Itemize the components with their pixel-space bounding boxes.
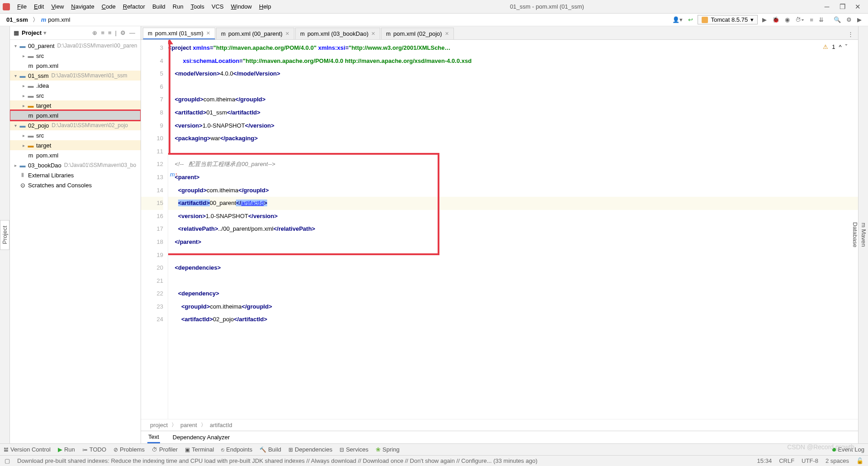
tool-problems[interactable]: ⊘ Problems: [113, 446, 145, 453]
tree-node[interactable]: mpom.xml: [10, 61, 141, 71]
tree-node[interactable]: ▸▬src: [10, 130, 141, 140]
code-line[interactable]: <parent>: [168, 171, 858, 184]
code-line[interactable]: <dependency>: [168, 287, 858, 300]
tree-node[interactable]: ▾▬00_parentD:\Java01\SSM\maven\00_paren: [10, 41, 141, 51]
expand-arrow-icon[interactable]: ▸: [20, 83, 27, 88]
tree-node[interactable]: ⫴External Libraries: [10, 170, 141, 180]
crumb[interactable]: project: [150, 422, 168, 428]
tree-node[interactable]: ▸▬target: [10, 140, 141, 150]
menu-window[interactable]: Window: [227, 1, 255, 12]
code-line[interactable]: <packaging>war</packaging>: [168, 132, 858, 145]
tool-build[interactable]: 🔨 Build: [259, 446, 281, 453]
expand-arrow-icon[interactable]: ▸: [12, 163, 19, 168]
git-update-icon[interactable]: ⇊: [816, 15, 826, 24]
code-line[interactable]: <groupId>com.itheima</groupId>: [168, 93, 858, 106]
tool-dependencies[interactable]: ⊞ Dependencies: [288, 446, 332, 453]
code-line[interactable]: [168, 249, 858, 262]
select-opened-icon[interactable]: ⊕: [90, 29, 99, 36]
nav-file[interactable]: mpom.xml: [38, 15, 73, 24]
code-line[interactable]: [168, 81, 858, 94]
tool-event-log[interactable]: Event Log: [832, 446, 864, 453]
code-line[interactable]: <artifactId>01_ssm</artifactId>: [168, 106, 858, 119]
crumb[interactable]: artifactId: [210, 422, 232, 428]
tree-node[interactable]: ▾▬02_pojoD:\Java01\SSM\maven\02_pojo: [10, 120, 141, 130]
execute-button[interactable]: ▶: [854, 15, 864, 24]
status-indent[interactable]: 2 spaces: [826, 457, 849, 464]
tool-version-control[interactable]: 𝌡 Version Control: [4, 446, 51, 453]
crumb[interactable]: parent: [180, 422, 197, 428]
status-message[interactable]: Download pre-built shared indexes: Reduc…: [17, 457, 750, 464]
menu-edit[interactable]: Edit: [30, 1, 47, 12]
expand-arrow-icon[interactable]: ▸: [20, 143, 27, 148]
code-line[interactable]: <groupId>com.itheima</groupId>: [168, 184, 858, 197]
status-encoding[interactable]: UTF-8: [802, 457, 818, 464]
code-line[interactable]: </parent>: [168, 236, 858, 249]
tree-node[interactable]: ▸▬target: [10, 100, 141, 110]
user-icon[interactable]: 👤▾: [670, 15, 685, 24]
status-lock-icon[interactable]: 🔓: [856, 457, 863, 464]
expand-arrow-icon[interactable]: ▸: [20, 93, 27, 98]
close-tab-icon[interactable]: ✕: [371, 31, 375, 37]
inspection-widget[interactable]: ⚠1 ^ˇ: [820, 43, 850, 51]
code-line[interactable]: <project xmlns="http://maven.apache.org/…: [168, 42, 858, 55]
run-button[interactable]: ▶: [760, 15, 769, 24]
tree-node[interactable]: ▸▬src: [10, 90, 141, 100]
tree-node[interactable]: ⊙Scratches and Consoles: [10, 180, 141, 190]
tool-spring[interactable]: ❀ Spring: [376, 446, 400, 453]
close-button[interactable]: ✕: [850, 3, 865, 11]
menu-help[interactable]: Help: [255, 1, 275, 12]
code-line[interactable]: <version>1.0-SNAPSHOT</version>: [168, 210, 858, 223]
editor-tab[interactable]: mpom.xml (01_ssm)✕: [143, 28, 215, 39]
project-tree[interactable]: ▾▬00_parentD:\Java01\SSM\maven\00_paren▸…: [10, 40, 141, 443]
tree-node[interactable]: ▸▬src: [10, 51, 141, 61]
expand-arrow-icon[interactable]: ▸: [20, 103, 27, 108]
editor-tab[interactable]: mpom.xml (00_parent)✕: [216, 28, 294, 39]
code-line[interactable]: xsi:schemaLocation="http://maven.apache.…: [168, 55, 858, 68]
subtab-text[interactable]: Text: [147, 432, 160, 443]
expand-all-icon[interactable]: ≡: [99, 29, 106, 36]
code-line[interactable]: <relativePath>../00_parent/pom.xml</rela…: [168, 223, 858, 236]
menu-vcs[interactable]: VCS: [208, 1, 227, 12]
code-line[interactable]: <dependencies>: [168, 262, 858, 275]
code-line[interactable]: <modelVersion>4.0.0</modelVersion>: [168, 67, 858, 81]
menu-run[interactable]: Run: [169, 1, 187, 12]
debug-button[interactable]: 🐞: [769, 15, 782, 24]
sidebar-tab-maven[interactable]: m Maven: [859, 217, 868, 252]
menu-file[interactable]: File: [14, 1, 30, 12]
close-tab-icon[interactable]: ✕: [285, 31, 289, 37]
tree-node[interactable]: ▾▬01_ssmD:\Java01\SSM\maven\01_ssm: [10, 71, 141, 81]
tree-node[interactable]: mpom.xml: [10, 110, 141, 120]
tool-profiler[interactable]: ⏱ Profiler: [152, 446, 178, 453]
tree-node[interactable]: ▸▬03_bookDaoD:\Java01\SSM\maven\03_bo: [10, 160, 141, 170]
tool-todo[interactable]: ≔ TODO: [82, 446, 106, 453]
subtab-dependency-analyzer[interactable]: Dependency Analyzer: [172, 432, 231, 442]
code-line[interactable]: <artifactId>02_pojo</artifactId>: [168, 313, 858, 326]
status-line-ending[interactable]: CRLF: [779, 457, 794, 464]
tool-services[interactable]: ⊟ Services: [340, 446, 368, 453]
menu-tools[interactable]: Tools: [187, 1, 208, 12]
settings-icon[interactable]: ⚙: [118, 29, 127, 36]
menu-navigate[interactable]: Navigate: [67, 1, 98, 12]
sidebar-tab-project[interactable]: Project: [0, 220, 9, 250]
menu-view[interactable]: View: [47, 1, 67, 12]
menu-code[interactable]: Code: [98, 1, 119, 12]
close-tab-icon[interactable]: ✕: [206, 30, 210, 36]
code-line[interactable]: <!-- 配置当前工程继承自00_parent-->: [168, 158, 858, 171]
coverage-button[interactable]: ◉: [782, 15, 793, 24]
settings-icon[interactable]: ⚙: [844, 15, 854, 24]
close-tab-icon[interactable]: ✕: [445, 31, 449, 37]
nav-project[interactable]: 01_ssm: [4, 15, 31, 24]
maximize-button[interactable]: ❐: [835, 3, 850, 11]
profile-button[interactable]: ⏱▾: [793, 15, 807, 24]
tool-run[interactable]: ▶ Run: [58, 446, 75, 453]
editor-tab[interactable]: mpom.xml (02_pojo)✕: [381, 28, 454, 39]
tab-more-icon[interactable]: ⋮: [843, 29, 858, 39]
stop-button[interactable]: ■: [807, 15, 816, 24]
chevron-down-icon[interactable]: ▾: [43, 29, 47, 36]
editor-tab[interactable]: mpom.xml (03_bookDao)✕: [295, 28, 380, 39]
tool-endpoints[interactable]: ⎋ Endpoints: [221, 446, 252, 453]
code-line[interactable]: <version>1.0-SNAPSHOT</version>: [168, 119, 858, 133]
expand-arrow-icon[interactable]: ▾: [12, 123, 19, 128]
run-config-selector[interactable]: Tomcat 8.5.75▾: [698, 15, 758, 24]
code-lines[interactable]: ⚠1 ^ˇ <project xmlns="http://maven.apach…: [168, 40, 858, 419]
